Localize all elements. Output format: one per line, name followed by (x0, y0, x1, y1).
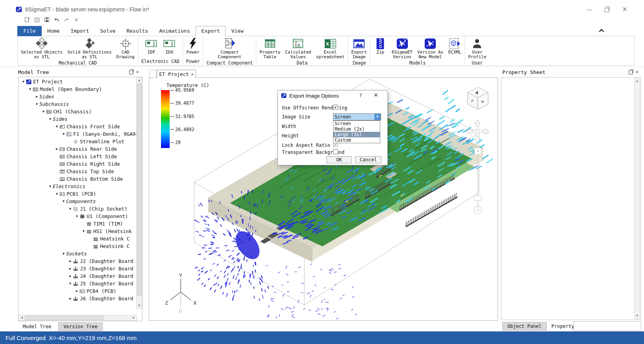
tree-item-et-project[interactable]: ▼ET Project (19, 78, 136, 85)
tree-item-streamline-plot[interactable]: Streamline Plot (19, 138, 136, 145)
float-panel-icon[interactable] (129, 70, 133, 76)
save-button[interactable] (43, 17, 50, 24)
ribbon-button-cad-drawing[interactable]: CAD Drawing (117, 37, 135, 60)
expand-open-icon[interactable]: ▼ (54, 192, 59, 196)
zoom-in-button[interactable]: + (474, 148, 481, 155)
bottom-tab-version-tree[interactable]: Version Tree (58, 322, 103, 331)
ribbon-button-selected-objects-as-stl[interactable]: Selected Objects as STL (21, 37, 63, 60)
offscreen-rendering-checkbox[interactable]: ✔ (333, 105, 338, 110)
open-model-button[interactable] (33, 17, 41, 24)
ribbon-tab-export[interactable]: Export (196, 26, 226, 37)
panel-filter-box[interactable] (574, 321, 641, 331)
ribbon-button-idx[interactable]: IDX (163, 37, 176, 55)
ribbon-tab-file[interactable]: File (17, 26, 42, 36)
close-panel-icon[interactable]: ✕ (136, 70, 139, 74)
dropdown-option-screen[interactable]: Screen (333, 121, 380, 126)
close-panel-icon[interactable]: ✕ (636, 70, 638, 74)
combobox-dropdown-icon[interactable]: ▼ (374, 114, 381, 120)
expand-open-icon[interactable]: ▼ (48, 117, 53, 121)
scroll-right-icon[interactable]: ▶ (131, 315, 136, 320)
tree-item-j2-daughter-board-s[interactable]: ▶J2 (Daughter Board S (19, 257, 136, 265)
ribbon-button-idf[interactable]: IDF (144, 37, 158, 55)
ribbon-button-compact-component[interactable]: Compact Component (218, 37, 242, 60)
tree-item-sides[interactable]: ▶Sides (19, 93, 136, 100)
ribbon-tab-import[interactable]: Import (65, 26, 94, 36)
ribbon-button-power[interactable]: Power (186, 37, 200, 55)
navigation-cube-icon[interactable]: A F R (466, 87, 489, 112)
ribbon-button-zip[interactable]: Zip (374, 37, 387, 55)
expand-closed-icon[interactable]: ▶ (34, 95, 39, 98)
dropdown-option-large-3x[interactable]: Large (3x) (333, 132, 380, 137)
zoom-out-button[interactable]: − (474, 207, 481, 214)
tree-item-tim1-tim[interactable]: TIM1 (TIM) (19, 220, 136, 227)
image-size-combobox[interactable]: Screen ▼ (333, 113, 381, 120)
ribbon-button-excel-spreadsheet[interactable]: XExcel spreadsheet (316, 37, 344, 60)
dialog-close-button[interactable]: ✕ (372, 92, 379, 98)
ribbon-button-ecxml[interactable]: ECXML (448, 37, 461, 55)
tree-item-chassis-rear-side[interactable]: ▶Chassis Rear Side (19, 145, 136, 153)
ribbon-tab-animations[interactable]: Animations (154, 26, 195, 36)
expand-open-icon[interactable]: ▼ (81, 229, 86, 233)
dialog-title-bar[interactable]: Export Image Options ? ✕ (278, 91, 387, 101)
tree-item-u1-component[interactable]: ▼U1 (Component) (19, 213, 136, 220)
expand-open-icon[interactable]: ▼ (61, 200, 66, 203)
tree-item-j5-daughter-board-s[interactable]: ▼J5 (Daughter Board S (19, 280, 136, 287)
tree-item-chassis-front-side[interactable]: ▼Chassis Front Side (19, 123, 136, 130)
collapse-ribbon-icon[interactable] (598, 27, 605, 35)
tree-item-sides[interactable]: ▼Sides (19, 115, 136, 123)
restore-button[interactable] (600, 5, 613, 14)
expand-open-icon[interactable]: ▼ (61, 132, 66, 136)
expand-open-icon[interactable]: ▼ (28, 87, 33, 91)
scrollbar-thumb[interactable] (25, 316, 104, 320)
tree-horizontal-scrollbar[interactable]: ◀ ▶ (19, 315, 137, 321)
expand-closed-icon[interactable]: ▶ (68, 274, 73, 278)
ribbon-button-version-as-new-model[interactable]: Version As New Model (417, 37, 443, 60)
tree-item-chassis-top-side[interactable]: Chassis Top Side (19, 168, 136, 175)
cancel-button[interactable]: Cancel (355, 156, 381, 163)
ribbon-button-solid-definitions-as-stl[interactable]: Solid Definitions as STL (67, 37, 112, 60)
scroll-left-icon[interactable]: ◀ (19, 315, 24, 320)
expand-closed-icon[interactable]: ▶ (68, 267, 73, 270)
ribbon-tab-home[interactable]: Home (42, 26, 65, 36)
tab-close-icon[interactable]: ✕ (191, 72, 194, 76)
tree-item-heatsink-c[interactable]: Heatsink C (19, 242, 136, 250)
ribbon-button-property-table[interactable]: Property Table (259, 37, 280, 60)
tree-item-j4-daughter-board-s[interactable]: ▶J4 (Daughter Board S (19, 272, 136, 280)
minimize-button[interactable]: — (583, 5, 596, 14)
tree-item-pcb1-pcb[interactable]: ▼PCB1 (PCB) (19, 190, 136, 198)
scroll-up-icon[interactable]: ▲ (137, 78, 142, 83)
tree-item-j6-daughter-board-s[interactable]: ▶J6 (Daughter Board S (19, 295, 136, 302)
ribbon-tab-view[interactable]: View (226, 26, 249, 36)
redo-button[interactable] (63, 17, 70, 24)
tab-et-project[interactable]: ET Project ✕ (157, 70, 196, 78)
expand-open-icon[interactable]: ▼ (41, 110, 46, 113)
tree-item-heatsink-c[interactable]: Heatsink C (19, 235, 136, 242)
tree-item-sockets[interactable]: ▼Sockets (19, 250, 136, 257)
expand-open-icon[interactable]: ▼ (68, 207, 73, 211)
pan-control[interactable] (465, 119, 490, 144)
scrollbar-thumb[interactable] (137, 83, 141, 296)
zoom-slider-handle[interactable] (474, 196, 482, 201)
dialog-help-button[interactable]: ? (357, 92, 364, 98)
tree-item-pcb4-pcb[interactable]: ▶PCB4 (PCB) (19, 287, 136, 295)
expand-closed-icon[interactable]: ▶ (74, 289, 80, 293)
float-panel-icon[interactable] (629, 70, 633, 76)
expand-open-icon[interactable]: ▼ (34, 102, 39, 106)
expand-open-icon[interactable]: ▼ (68, 282, 73, 285)
tree-item-subchassis[interactable]: ▼Subchassis (19, 100, 136, 108)
tree-item-j1-chip-socket[interactable]: ▼J1 (Chip Socket) (19, 205, 136, 213)
close-button[interactable]: ✕ (618, 5, 631, 14)
ribbon-button-6sigmaet-version[interactable]: V6SigmaET Version (392, 37, 413, 60)
expand-closed-icon[interactable]: ▶ (54, 147, 59, 151)
tree-item-electronics[interactable]: ▼Electronics (19, 183, 136, 190)
tree-item-f1-sanyo-denki-9ga041[interactable]: ▼F1 (Sanyo-Denki, 9GA041 (19, 130, 136, 138)
tree-item-components[interactable]: ▼Components (19, 198, 136, 205)
tree-item-j3-daughter-board-s[interactable]: ▶J3 (Daughter Board S (19, 265, 136, 272)
tree-item-hs1-heatsink[interactable]: ▼HS1 (Heatsink (19, 227, 136, 235)
tree-item-chassis-bottom-side[interactable]: Chassis Bottom Side (19, 175, 136, 183)
new-model-button[interactable] (24, 17, 31, 24)
tree-item-chassis-left-side[interactable]: Chassis Left Side (19, 153, 136, 160)
ribbon-button-user-profile[interactable]: User Profile (468, 37, 486, 60)
expand-open-icon[interactable]: ▼ (61, 252, 66, 255)
expand-open-icon[interactable]: ▼ (48, 185, 53, 188)
